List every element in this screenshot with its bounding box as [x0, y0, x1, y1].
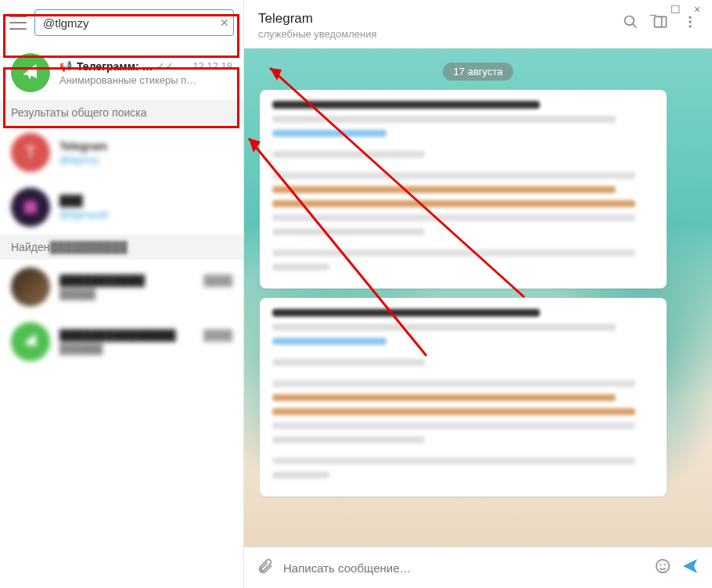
hamburger-menu-button[interactable] — [9, 16, 27, 30]
message-bubble[interactable] — [260, 298, 667, 497]
section-found: Найден██████████ — [0, 235, 243, 260]
found-item[interactable]: ███████████████ █████ — [0, 260, 243, 314]
svg-point-10 — [689, 20, 691, 23]
avatar-telegram-channel — [11, 53, 50, 92]
chat-header-subtitle: служебные уведомления — [258, 28, 623, 40]
main-panel: Telegram служебные уведомления 17 август… — [244, 0, 712, 588]
chat-title: Телеграмм: … — [77, 60, 153, 73]
window-close[interactable]: × — [692, 4, 703, 15]
chat-title: Telegram — [59, 140, 107, 152]
chat-subtitle: █████ — [59, 289, 232, 300]
message-input[interactable] — [283, 561, 645, 575]
svg-point-12 — [656, 560, 670, 573]
message-composer — [244, 547, 712, 588]
verified-icon: ✓✓ — [156, 60, 174, 72]
chat-date: 12.12.18 — [192, 60, 232, 72]
section-global-results: Результаты общего поиска — [0, 100, 243, 125]
avatar — [11, 188, 50, 227]
window-maximize[interactable]: ☐ — [670, 4, 681, 15]
avatar: T — [11, 133, 50, 172]
svg-line-6 — [633, 24, 637, 28]
avatar — [11, 322, 50, 361]
svg-point-5 — [625, 16, 635, 26]
global-result-item[interactable]: T Telegram @tlgmzy — [0, 125, 243, 180]
search-field-wrap: × — [34, 9, 234, 36]
chat-header-title: Telegram — [258, 11, 623, 27]
search-input[interactable] — [35, 16, 233, 30]
message-bubble[interactable] — [260, 90, 667, 289]
svg-point-13 — [660, 564, 661, 565]
search-icon[interactable] — [623, 14, 638, 33]
svg-point-14 — [664, 564, 666, 565]
chat-title: ███████████ — [59, 274, 145, 287]
avatar — [11, 267, 50, 307]
emoji-icon[interactable] — [654, 558, 671, 578]
chat-handle: @tlgmauth — [59, 209, 232, 220]
chat-date: ████ — [203, 329, 232, 341]
sidebar: × 📢 Телеграмм: … ✓✓ 12.12.18 Анимированн… — [0, 0, 244, 588]
svg-point-11 — [689, 25, 691, 27]
chat-handle: @tlgmzy — [59, 154, 232, 166]
chat-header: Telegram служебные уведомления — [244, 0, 712, 48]
found-item[interactable]: ███████████████████ ██████ — [0, 314, 243, 369]
global-result-item[interactable]: ███ @tlgmauth — [0, 180, 243, 235]
attach-icon[interactable] — [257, 558, 274, 578]
date-separator: 17 августа — [443, 63, 514, 81]
svg-rect-4 — [24, 201, 37, 213]
chat-subtitle: Анимированные стикеры п… — [59, 74, 232, 86]
megaphone-icon: 📢 — [59, 60, 72, 72]
search-result-top[interactable]: 📢 Телеграмм: … ✓✓ 12.12.18 Анимированные… — [0, 45, 243, 100]
clear-search-button[interactable]: × — [220, 15, 228, 31]
chat-date: ████ — [203, 274, 232, 286]
send-button[interactable] — [681, 557, 699, 579]
window-minimize[interactable]: _ — [648, 4, 659, 15]
chat-title: ███ — [59, 195, 83, 207]
chat-title: ███████████████ — [59, 329, 176, 342]
chat-subtitle: ██████ — [59, 343, 232, 355]
